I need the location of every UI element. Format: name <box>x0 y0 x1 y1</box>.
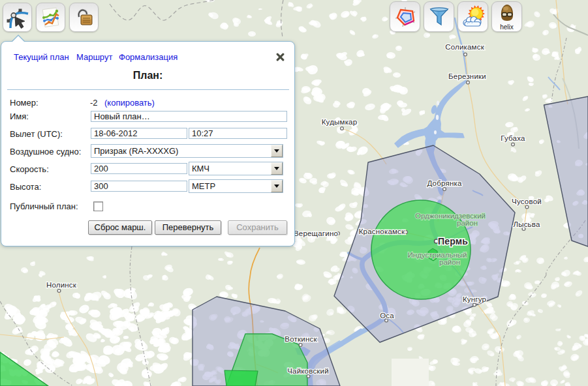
svg-text:Верещагино: Верещагино <box>294 230 338 237</box>
svg-text:Пермь: Пермь <box>438 236 468 246</box>
svg-text:Чайковский: Чайковский <box>287 367 329 375</box>
svg-text:Краснокамск: Краснокамск <box>359 228 405 235</box>
svg-text:Кунгур: Кунгур <box>463 295 486 303</box>
svg-text:Воткинск: Воткинск <box>285 335 317 343</box>
svg-text:Добрянка: Добрянка <box>427 179 461 187</box>
svg-text:район: район <box>439 258 460 266</box>
svg-text:Лысьва: Лысьва <box>513 220 540 228</box>
svg-text:Оса: Оса <box>380 312 394 319</box>
svg-text:Соликамск: Соликамск <box>445 43 485 51</box>
svg-text:Березники: Березники <box>448 72 486 80</box>
svg-text:район: район <box>457 219 478 227</box>
svg-text:Нолинск: Нолинск <box>46 281 77 289</box>
svg-text:Чусовой: Чусовой <box>512 198 542 205</box>
svg-text:Губаха: Губаха <box>501 134 525 142</box>
svg-text:Кудымкар: Кудымкар <box>322 118 358 126</box>
